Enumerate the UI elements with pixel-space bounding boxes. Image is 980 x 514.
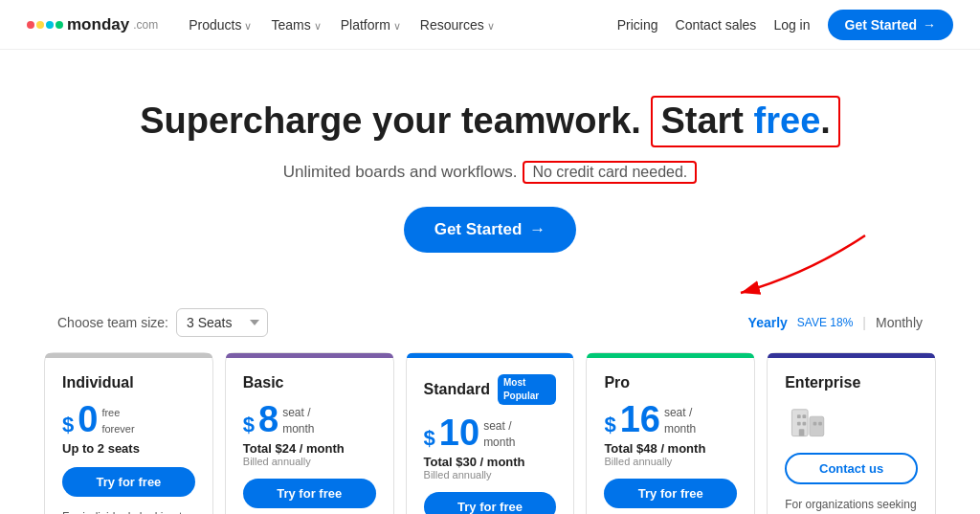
nav-login[interactable]: Log in [773,17,810,33]
svg-rect-4 [803,414,807,418]
nav-products[interactable]: Products [189,17,252,33]
logo-dot-green [56,21,63,29]
card-name-basic: Basic [243,374,376,391]
price-amount-standard: 10 [439,414,479,451]
card-top-bar-individual [45,353,212,358]
svg-rect-7 [813,421,817,425]
card-pro: Pro $ 16 seat /month Total $48 / month B… [586,352,755,514]
hero-arrow-icon: → [529,220,546,239]
card-top-bar-basic [226,353,393,358]
price-billed-basic: Billed annually [243,456,376,467]
price-amount-individual: 0 [78,401,98,437]
nav-resources[interactable]: Resources [420,17,495,33]
try-free-button-pro[interactable]: Try for free [604,479,737,508]
try-free-button-basic[interactable]: Try for free [243,479,376,508]
card-basic: Basic $ 8 seat /month Total $24 / month … [225,352,394,514]
logo[interactable]: monday.com [27,15,158,34]
svg-rect-6 [803,421,807,425]
seats-info-individual: Up to 2 seats [62,441,195,456]
price-row-individual: $ 0 freeforever [62,401,195,437]
card-individual: Individual $ 0 freeforever Up to 2 seats… [44,352,213,514]
price-billed-standard: Billed annually [424,469,557,480]
pricing-cards: Individual $ 0 freeforever Up to 2 seats… [0,352,980,514]
price-dollar-individual: $ [62,413,74,437]
most-popular-badge: Most Popular [498,374,556,405]
nav-pricing[interactable]: Pricing [617,17,658,33]
billing-save-badge: SAVE 18% [797,316,853,329]
hero-subtitle: Unlimited boards and workflows. No credi… [19,161,961,184]
card-desc-enterprise: For organizations seeking enterprise-gra… [785,496,918,514]
svg-rect-9 [799,429,805,436]
team-size-control: Choose team size: 3 Seats 1 Seat 5 Seats… [57,308,268,337]
nav-right: Pricing Contact sales Log in Get Started… [617,10,953,40]
svg-rect-3 [797,414,801,418]
svg-rect-8 [818,421,822,425]
card-standard: Standard Most Popular $ 10 seat /month T… [406,352,575,514]
card-name-individual: Individual [62,374,195,391]
price-row-basic: $ 8 seat /month [243,401,376,437]
hero-subtitle-part1: Unlimited boards and workflows. [283,163,518,182]
card-name-pro: Pro [604,374,737,391]
hero-no-credit-card: No credit card needed. [523,161,697,184]
price-total-standard: Total $30 / month [424,455,557,469]
logo-dot-blue [46,21,54,29]
card-desc-individual: For individuals looking to keep track of… [62,508,195,514]
hero-section: Supercharge your teamwork. Start free. U… [0,50,980,308]
try-free-button-individual[interactable]: Try for free [62,467,195,497]
try-free-button-standard[interactable]: Try for free [424,492,557,514]
card-enterprise: Enterprise Contact us For organizations … [767,352,936,514]
price-total-basic: Total $24 / month [243,441,376,456]
price-row-standard: $ 10 seat /month [424,414,557,451]
price-dollar-standard: $ [424,426,435,451]
price-dollar-basic: $ [243,413,255,437]
logo-dot-yellow [36,21,44,29]
price-billed-pro: Billed annually [604,456,737,467]
hero-title-highlight: free [754,101,821,141]
card-top-bar-pro [587,353,754,358]
team-size-select[interactable]: 3 Seats 1 Seat 5 Seats 10 Seats [176,308,268,337]
price-row-pro: $ 16 seat /month [604,401,737,437]
annotation-arrow [731,226,884,312]
billing-monthly[interactable]: Monthly [876,315,923,330]
nav-teams[interactable]: Teams [271,17,321,33]
price-detail-individual: freeforever [101,405,134,437]
billing-toggle: Yearly SAVE 18% | Monthly [748,315,923,330]
nav-platform[interactable]: Platform [341,17,401,33]
price-total-pro: Total $48 / month [604,441,737,456]
card-name-standard: Standard Most Popular [424,374,557,405]
hero-title-boxed: Start free. [651,96,839,147]
contact-us-button-enterprise[interactable]: Contact us [785,453,918,484]
svg-rect-5 [797,421,801,425]
svg-rect-2 [810,416,824,436]
card-top-bar-enterprise [768,353,935,358]
logo-dot-red [27,21,34,29]
card-name-enterprise: Enterprise [785,374,918,391]
billing-yearly[interactable]: Yearly [748,315,788,330]
arrow-icon: → [923,17,936,33]
logo-com: .com [133,18,158,32]
nav-contact-sales[interactable]: Contact sales [676,17,757,33]
logo-dots [27,21,63,29]
price-amount-basic: 8 [258,401,278,437]
logo-wordmark: monday [67,15,129,34]
navbar: monday.com Products Teams Platform Resou… [0,0,980,50]
card-top-bar-standard [407,353,574,358]
nav-get-started-button[interactable]: Get Started → [828,10,953,40]
hero-get-started-button[interactable]: Get Started → [404,207,577,253]
nav-left: monday.com Products Teams Platform Resou… [27,15,495,34]
billing-divider: | [862,315,866,330]
team-size-label: Choose team size: [57,315,168,330]
price-amount-pro: 16 [620,401,660,437]
price-detail-pro: seat /month [664,405,696,437]
hero-title-part1: Supercharge your teamwork. [140,101,641,141]
enterprise-icon [785,401,833,439]
price-detail-standard: seat /month [483,418,515,451]
price-detail-basic: seat /month [282,405,314,437]
enterprise-building-icon [785,399,833,439]
controls-row: Choose team size: 3 Seats 1 Seat 5 Seats… [0,308,980,337]
price-dollar-pro: $ [604,413,615,437]
hero-title: Supercharge your teamwork. Start free. [19,96,961,147]
